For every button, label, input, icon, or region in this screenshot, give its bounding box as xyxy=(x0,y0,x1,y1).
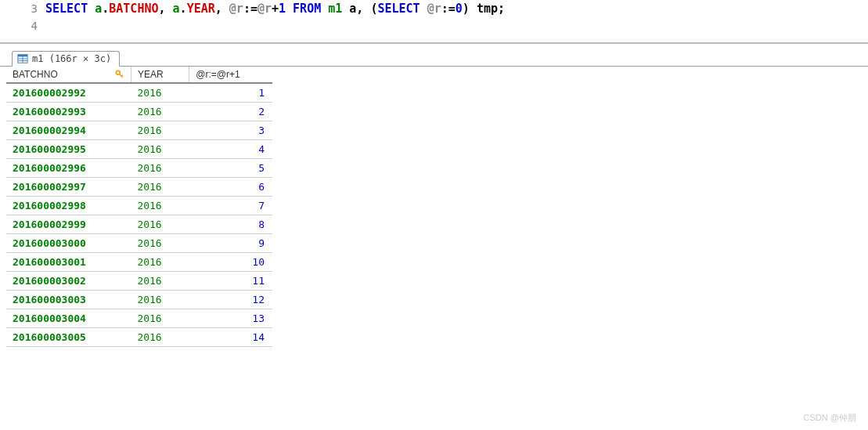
line-number: 4 xyxy=(0,20,45,32)
code-content: SELECT a.BATCHNO, a.YEAR, @r:=@r+1 FROM … xyxy=(45,2,505,16)
code-line[interactable]: 3SELECT a.BATCHNO, a.YEAR, @r:=@r+1 FROM… xyxy=(0,0,868,17)
cell-batchno: 201600002996 xyxy=(6,159,131,178)
table-row[interactable]: 201600003001201610 xyxy=(6,253,272,272)
cell-rownum: 5 xyxy=(189,159,272,178)
cell-batchno: 201600003000 xyxy=(6,234,131,253)
cell-batchno: 201600002998 xyxy=(6,197,131,215)
sql-editor[interactable]: 3SELECT a.BATCHNO, a.YEAR, @r:=@r+1 FROM… xyxy=(0,0,868,44)
cell-year: 2016 xyxy=(131,103,189,121)
cell-rownum: 10 xyxy=(189,253,272,272)
table-icon xyxy=(17,53,28,64)
cell-rownum: 2 xyxy=(189,103,272,121)
cell-year: 2016 xyxy=(131,215,189,234)
results-panel: m1 (166r × 3c) BATCHNO YEAR @r:=@r+1 201… xyxy=(0,48,868,347)
cell-rownum: 8 xyxy=(189,215,272,234)
cell-batchno: 201600002999 xyxy=(6,215,131,234)
cell-batchno: 201600003001 xyxy=(6,253,131,272)
cell-rownum: 3 xyxy=(189,121,272,140)
cell-year: 2016 xyxy=(131,253,189,272)
cell-rownum: 4 xyxy=(189,140,272,159)
cell-batchno: 201600002995 xyxy=(6,140,131,159)
cell-rownum: 12 xyxy=(189,291,272,309)
cell-year: 2016 xyxy=(131,140,189,159)
cell-batchno: 201600003003 xyxy=(6,291,131,309)
column-header-batchno[interactable]: BATCHNO xyxy=(6,67,131,83)
table-row[interactable]: 20160000299820167 xyxy=(6,197,272,215)
cell-year: 2016 xyxy=(131,309,189,328)
table-row[interactable]: 20160000300020169 xyxy=(6,234,272,253)
table-row[interactable]: 201600003003201612 xyxy=(6,291,272,309)
cell-batchno: 201600002992 xyxy=(6,83,131,103)
table-row[interactable]: 20160000299920168 xyxy=(6,215,272,234)
line-number: 3 xyxy=(0,2,45,15)
table-row[interactable]: 20160000299420163 xyxy=(6,121,272,140)
cell-year: 2016 xyxy=(131,328,189,347)
table-row[interactable]: 201600003002201611 xyxy=(6,272,272,291)
table-row[interactable]: 20160000299320162 xyxy=(6,103,272,121)
cell-batchno: 201600002997 xyxy=(6,178,131,197)
results-tab[interactable]: m1 (166r × 3c) xyxy=(12,51,120,67)
cell-year: 2016 xyxy=(131,234,189,253)
svg-rect-1 xyxy=(18,55,27,57)
cell-rownum: 14 xyxy=(189,328,272,347)
table-row[interactable]: 201600003004201613 xyxy=(6,309,272,328)
primary-key-icon xyxy=(115,70,124,79)
table-row[interactable]: 201600003005201614 xyxy=(6,328,272,347)
cell-rownum: 7 xyxy=(189,197,272,215)
svg-line-7 xyxy=(121,75,123,77)
table-row[interactable]: 20160000299720166 xyxy=(6,178,272,197)
cell-batchno: 201600003002 xyxy=(6,272,131,291)
cell-rownum: 13 xyxy=(189,309,272,328)
results-table[interactable]: BATCHNO YEAR @r:=@r+1 201600002992201612… xyxy=(6,67,272,347)
cell-rownum: 1 xyxy=(189,83,272,103)
cell-batchno: 201600002994 xyxy=(6,121,131,140)
cell-year: 2016 xyxy=(131,121,189,140)
table-row[interactable]: 20160000299620165 xyxy=(6,159,272,178)
cell-batchno: 201600003004 xyxy=(6,309,131,328)
results-tab-bar: m1 (166r × 3c) xyxy=(0,48,868,67)
cell-year: 2016 xyxy=(131,197,189,215)
cell-rownum: 6 xyxy=(189,178,272,197)
cell-batchno: 201600003005 xyxy=(6,328,131,347)
table-header-row: BATCHNO YEAR @r:=@r+1 xyxy=(6,67,272,83)
code-line[interactable]: 4 xyxy=(0,17,868,34)
cell-rownum: 9 xyxy=(189,234,272,253)
column-header-rownum[interactable]: @r:=@r+1 xyxy=(189,67,272,83)
cell-rownum: 11 xyxy=(189,272,272,291)
table-row[interactable]: 20160000299220161 xyxy=(6,83,272,103)
cell-year: 2016 xyxy=(131,291,189,309)
cell-year: 2016 xyxy=(131,83,189,103)
cell-year: 2016 xyxy=(131,272,189,291)
column-header-year[interactable]: YEAR xyxy=(131,67,189,83)
cell-year: 2016 xyxy=(131,178,189,197)
table-row[interactable]: 20160000299520164 xyxy=(6,140,272,159)
results-tab-label: m1 (166r × 3c) xyxy=(32,53,111,64)
cell-batchno: 201600002993 xyxy=(6,103,131,121)
cell-year: 2016 xyxy=(131,159,189,178)
